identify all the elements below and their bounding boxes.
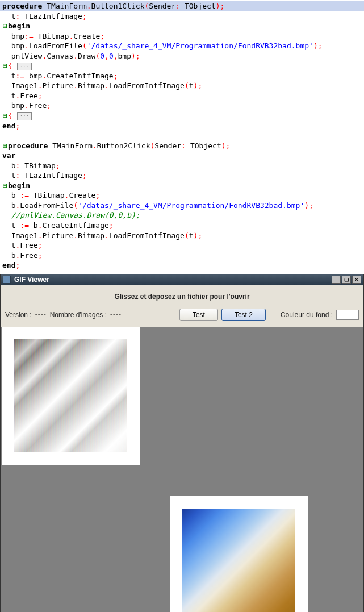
images-label: Nombre d'images : (50, 311, 107, 319)
code-line[interactable]: b: TBitmap; (0, 161, 364, 171)
code-editor[interactable]: procedure TMainForm.Button1Click(Sender:… (0, 0, 364, 272)
code-line[interactable]: b := TBitmap.Create; (0, 190, 364, 201)
image-viewer-area (1, 327, 363, 612)
code-line[interactable]: bmp.Free; (0, 101, 364, 111)
code-line[interactable]: bmp:= TBitmap.Create; (0, 31, 364, 41)
code-line[interactable]: bmp.LoadFromFile('/datas/_share_4_VM/Pro… (0, 41, 364, 51)
code-line[interactable]: //pnlView.Canvas.Draw(0,0,b); (0, 210, 364, 220)
window-body: Glissez et déposez un fichier pour l'ouv… (1, 285, 363, 612)
image-panel-2 (170, 496, 308, 612)
image-2 (182, 509, 295, 612)
code-line[interactable]: end; (0, 121, 364, 131)
code-line[interactable]: pnlView.Canvas.Draw(0,0,bmp); (0, 51, 364, 61)
version-label: Version : (5, 311, 32, 319)
code-line[interactable]: Image1.Picture.Bitmap.LoadFromIntfImage(… (0, 81, 364, 91)
code-line[interactable]: ⊟begin (0, 181, 364, 191)
toolbar: Version : ---- Nombre d'images : ---- Te… (1, 306, 363, 327)
test2-button[interactable]: Test 2 (221, 309, 266, 321)
code-line[interactable]: ⊟procedure TMainForm.Button2Click(Sender… (0, 141, 364, 151)
titlebar[interactable]: GIF Viewer – ▢ × (1, 274, 363, 285)
window-title: GIF Viewer (14, 276, 330, 284)
code-line[interactable]: b.LoadFromFile('/datas/_share_4_VM/Progr… (0, 201, 364, 211)
test-button[interactable]: Test (179, 309, 218, 321)
bgcolor-label: Couleur du fond : (281, 311, 333, 319)
code-line[interactable]: t: TLazIntfImage; (0, 170, 364, 181)
images-value: ---- (110, 311, 122, 319)
code-line[interactable]: b.Free; (0, 251, 364, 261)
code-line[interactable]: t := b.CreateIntfImage; (0, 220, 364, 231)
version-value: ---- (35, 311, 47, 319)
close-button[interactable]: × (352, 276, 361, 284)
app-icon (3, 276, 11, 284)
code-line[interactable]: t: TLazIntfImage; (0, 11, 364, 22)
maximize-button[interactable]: ▢ (342, 276, 351, 284)
code-line[interactable]: t.Free; (0, 91, 364, 101)
instruction-text: Glissez et déposez un fichier pour l'ouv… (1, 285, 363, 306)
code-line[interactable]: ⊟{··· (0, 61, 364, 71)
code-line[interactable]: t:= bmp.CreateIntfImage; (0, 71, 364, 81)
code-line[interactable]: ⊟{··· (0, 111, 364, 121)
code-line[interactable]: ⊟begin (0, 21, 364, 31)
bgcolor-swatch[interactable] (336, 310, 359, 320)
code-line[interactable]: t.Free; (0, 240, 364, 251)
code-line[interactable]: var (0, 151, 364, 161)
code-line[interactable]: procedure TMainForm.Button1Click(Sender:… (0, 1, 364, 11)
code-line[interactable]: end; (0, 260, 364, 270)
gif-viewer-window: GIF Viewer – ▢ × Glissez et déposez un f… (0, 274, 364, 612)
image-panel-1 (2, 327, 140, 465)
minimize-button[interactable]: – (332, 276, 341, 284)
code-line[interactable] (0, 131, 364, 141)
image-1 (14, 339, 127, 452)
code-line[interactable]: Image1.Picture.Bitmap.LoadFromIntfImage(… (0, 231, 364, 241)
